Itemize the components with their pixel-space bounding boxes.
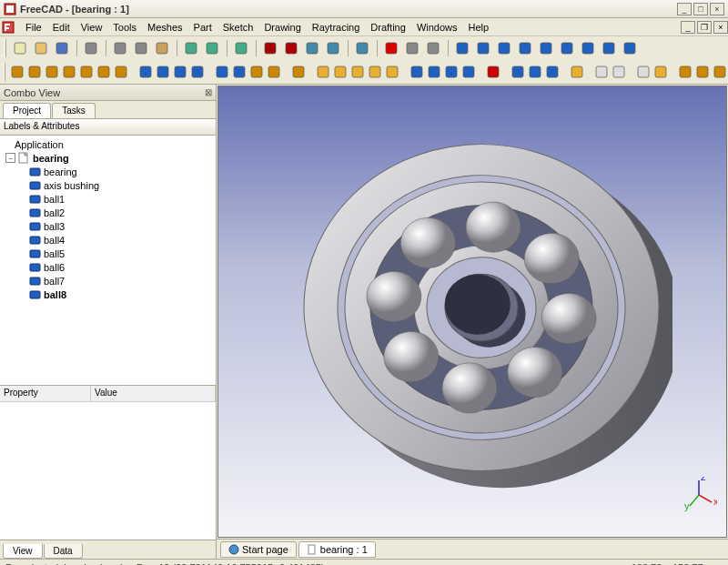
scale-button[interactable] bbox=[248, 62, 265, 82]
cut-button[interactable] bbox=[110, 38, 130, 58]
pov-button[interactable] bbox=[635, 62, 652, 82]
tree-item[interactable]: ball7 bbox=[2, 274, 214, 288]
down-button[interactable] bbox=[231, 62, 248, 82]
menu-edit[interactable]: Edit bbox=[47, 20, 76, 35]
torus-button[interactable] bbox=[384, 62, 400, 82]
offset-button[interactable] bbox=[172, 62, 188, 82]
cam-button[interactable] bbox=[402, 38, 422, 58]
cube4-button[interactable] bbox=[557, 38, 577, 58]
tab-tasks[interactable]: Tasks bbox=[52, 103, 96, 118]
3d-view[interactable]: x y z bbox=[217, 86, 727, 538]
menu-drawing[interactable]: Drawing bbox=[258, 20, 306, 35]
x-button[interactable] bbox=[485, 62, 501, 82]
tree-item[interactable]: bearing bbox=[2, 165, 214, 178]
menu-part[interactable]: Part bbox=[188, 20, 217, 35]
value-col-header[interactable]: Value bbox=[91, 386, 216, 401]
menu-view[interactable]: View bbox=[76, 20, 108, 35]
mirror-button[interactable] bbox=[266, 62, 282, 82]
rot-button[interactable] bbox=[155, 62, 171, 82]
rect-button[interactable] bbox=[61, 62, 77, 82]
mdi-close-button[interactable]: × bbox=[713, 21, 728, 34]
menu-file[interactable]: File bbox=[20, 20, 47, 35]
cube5-button[interactable] bbox=[578, 38, 598, 58]
undo-button[interactable] bbox=[181, 38, 201, 58]
cube6-button[interactable] bbox=[599, 38, 619, 58]
tree-document[interactable]: − bearing bbox=[2, 151, 214, 165]
origin-button[interactable] bbox=[290, 62, 307, 82]
tab-data[interactable]: Data bbox=[44, 544, 83, 559]
doc-tab[interactable]: bearing : 1 bbox=[298, 541, 376, 558]
sweep-button[interactable] bbox=[409, 62, 425, 82]
a3-button[interactable] bbox=[611, 62, 627, 82]
box-button[interactable] bbox=[315, 62, 331, 82]
minimize-button[interactable]: _ bbox=[677, 3, 692, 15]
menu-meshes[interactable]: Meshes bbox=[142, 20, 188, 35]
cube1-button[interactable] bbox=[494, 38, 514, 58]
tree-item[interactable]: ball8 bbox=[2, 288, 214, 301]
whatsthis-button[interactable] bbox=[352, 38, 372, 58]
menu-sketch[interactable]: Sketch bbox=[217, 20, 259, 35]
macro-rec-button[interactable] bbox=[281, 38, 301, 58]
move-button[interactable] bbox=[137, 62, 154, 82]
cyl-button[interactable] bbox=[332, 62, 349, 82]
cube2-button[interactable] bbox=[515, 38, 535, 58]
cube7-button[interactable] bbox=[620, 38, 640, 58]
tree-item[interactable]: ball4 bbox=[2, 233, 214, 247]
tree-item[interactable]: ball2 bbox=[2, 206, 214, 219]
grp1-button[interactable] bbox=[677, 62, 693, 82]
print-button[interactable] bbox=[81, 38, 101, 58]
mdi-restore-button[interactable]: ❐ bbox=[697, 21, 712, 34]
sphere-button[interactable] bbox=[349, 62, 366, 82]
paste-button[interactable] bbox=[152, 38, 172, 58]
loft-button[interactable] bbox=[426, 62, 442, 82]
panel-close-icon[interactable]: ⊠ bbox=[205, 87, 212, 97]
tree-collapse-icon[interactable]: − bbox=[5, 153, 15, 163]
union-button[interactable] bbox=[510, 62, 526, 82]
mdi-minimize-button[interactable]: _ bbox=[681, 21, 695, 34]
trim-button[interactable] bbox=[189, 62, 206, 82]
menu-raytracing[interactable]: Raytracing bbox=[307, 20, 366, 35]
menu-tools[interactable]: Tools bbox=[107, 20, 142, 35]
warn-button[interactable] bbox=[569, 62, 585, 82]
macro-edit-button[interactable] bbox=[302, 38, 322, 58]
intersect-button[interactable] bbox=[544, 62, 561, 82]
tree-item[interactable]: axis bushing bbox=[2, 178, 214, 192]
cut-bool-button[interactable] bbox=[527, 62, 543, 82]
tree-item[interactable]: ball3 bbox=[2, 219, 214, 233]
menu-drafting[interactable]: Drafting bbox=[365, 20, 411, 35]
line-button[interactable] bbox=[9, 62, 25, 82]
rec-red-button[interactable] bbox=[381, 38, 401, 58]
tree-item[interactable]: ball5 bbox=[2, 247, 214, 260]
menu-windows[interactable]: Windows bbox=[411, 20, 463, 35]
redo-button[interactable] bbox=[202, 38, 222, 58]
grp2-button[interactable] bbox=[694, 62, 711, 82]
tree-item[interactable]: ball1 bbox=[2, 192, 214, 206]
grp-button[interactable] bbox=[473, 38, 493, 58]
arc-button[interactable] bbox=[26, 62, 43, 82]
doc-tab[interactable]: Start page bbox=[220, 541, 297, 558]
refresh-button[interactable] bbox=[231, 38, 251, 58]
macro-play-button[interactable] bbox=[323, 38, 343, 58]
copy-button[interactable] bbox=[131, 38, 151, 58]
chamfer-button[interactable] bbox=[460, 62, 477, 82]
page-button[interactable] bbox=[593, 62, 610, 82]
tab-project[interactable]: Project bbox=[3, 103, 51, 118]
menu-help[interactable]: Help bbox=[463, 20, 495, 35]
new-button[interactable] bbox=[10, 38, 30, 58]
maximize-button[interactable]: □ bbox=[693, 3, 708, 15]
tree-root[interactable]: Application bbox=[2, 137, 214, 151]
property-col-header[interactable]: Property bbox=[0, 386, 91, 401]
open-button[interactable] bbox=[31, 38, 51, 58]
screenshot-button[interactable] bbox=[423, 38, 443, 58]
cone-button[interactable] bbox=[367, 62, 383, 82]
close-button[interactable]: × bbox=[710, 3, 724, 15]
macro-stop-button[interactable] bbox=[260, 38, 280, 58]
polyline-button[interactable] bbox=[44, 62, 60, 82]
grp3-button[interactable] bbox=[712, 62, 728, 82]
cube3-button[interactable] bbox=[536, 38, 556, 58]
lux-button[interactable] bbox=[652, 62, 669, 82]
save-button[interactable] bbox=[52, 38, 72, 58]
fillet-button[interactable] bbox=[443, 62, 460, 82]
dim-button[interactable] bbox=[113, 62, 129, 82]
box-blue-button[interactable] bbox=[452, 38, 472, 58]
